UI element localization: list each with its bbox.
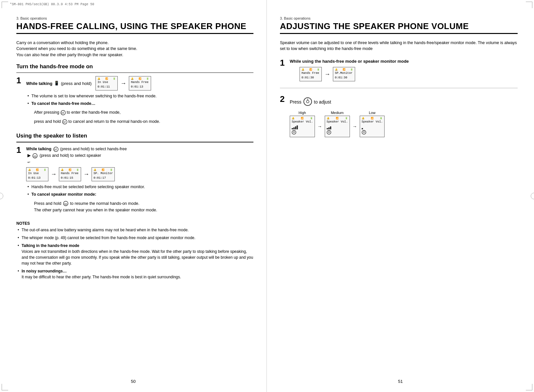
bullet-1: The volume is set to low whenever switch… xyxy=(26,93,253,99)
notes-section: NOTES The out-of-area and low battery wa… xyxy=(16,221,253,280)
right-title: ADJUSTING THE SPEAKER PHONE VOLUME xyxy=(280,22,518,31)
section1-heading: Turn the hands-free mode on xyxy=(16,63,253,70)
screen-in-use: 🔔📶🔋 In Use 0:01:11 xyxy=(95,76,118,90)
svg-text:sp: sp xyxy=(64,202,67,205)
reg-mark-left xyxy=(0,193,3,199)
section1-step1: 1 While talking 📱 (press and hold) xyxy=(16,76,253,127)
hf-icon-s2: hf xyxy=(53,147,60,151)
right-column: 3. Basic operations ADJUSTING THE SPEAKE… xyxy=(267,0,534,392)
right-screen-sp: 🔔📶🔋 SP.Monitor 0:01:30 xyxy=(333,67,355,81)
right-section-label: 3. Basic operations xyxy=(280,16,518,20)
to-adjust-label: to adjust xyxy=(314,99,331,105)
right-step1-desc: While using the hands-free mode or speak… xyxy=(290,58,518,64)
svg-text:sp: sp xyxy=(33,155,37,158)
note-1: The out-of-area and low battery warning … xyxy=(16,227,253,233)
step1-action: (press and hold) xyxy=(61,81,92,86)
right-arrow-1: → xyxy=(324,71,330,78)
screen-title-inuse: In Use xyxy=(97,81,116,85)
vol-arrow-1: → xyxy=(318,124,322,129)
page-number-left: 50 xyxy=(131,379,135,384)
right-step2: 2 Press to adjust xyxy=(280,95,518,137)
svg-text:📱: 📱 xyxy=(54,80,60,86)
note-4-noisy: In noisy surroundings… It may be difficu… xyxy=(16,268,253,280)
step1-number: 1 xyxy=(16,76,24,85)
right-intro: Speaker volume can be adjusted to one of… xyxy=(280,40,518,52)
note-4-text: It may be difficult to hear the other pa… xyxy=(22,275,181,279)
page-number-right: 51 xyxy=(398,379,403,384)
right-title-underline xyxy=(280,33,518,34)
intro-line-2: Convenient when you need to do something… xyxy=(16,46,137,51)
section2-step1-number: 1 xyxy=(16,146,24,154)
vol-medium-screen: 🔔📶🔋 Speaker Vol. xyxy=(325,116,350,137)
sp-icon-cancel: sp xyxy=(62,201,70,206)
s2-action2: (press and hold) to select speaker xyxy=(40,153,101,158)
svg-point-15 xyxy=(293,132,295,133)
knob-icon xyxy=(303,97,312,107)
right-step2-content: Press to adjust High xyxy=(290,95,518,137)
hf-icon-inline-2: hf xyxy=(62,119,68,124)
right-step1: 1 While using the hands-free mode or spe… xyxy=(280,58,518,81)
section1-underline xyxy=(16,73,253,73)
crop-mark-bl xyxy=(2,384,8,390)
vol-low-screen: 🔔📶🔋 Speaker Vol. xyxy=(360,116,385,137)
left-title-underline xyxy=(16,33,253,34)
intro-line-1: Carry on a conversation without holding … xyxy=(16,41,109,45)
cancel-text-3: press and hold xyxy=(34,119,61,124)
s2-action1: (press and hold) to select hands-free xyxy=(60,147,127,151)
cancel-text-4: to cancel and return to the normal hands… xyxy=(68,119,160,124)
vol-high-label: High xyxy=(299,111,306,115)
vol-low-label: Low xyxy=(369,111,375,115)
step1-content: While talking 📱 (press and hold) 🔔📶🔋 xyxy=(26,76,253,127)
right-step1-number: 1 xyxy=(280,58,287,67)
press-to-adjust: Press to adjust xyxy=(290,97,518,107)
cancel-block-1: After pressing hf to enter the hands-fre… xyxy=(34,109,253,116)
cancel-speaker-block: Press and hold sp to resume the normal h… xyxy=(34,200,253,213)
press-label: Press xyxy=(290,99,301,105)
reg-mark-right xyxy=(531,193,534,199)
vol-high-group: High 🔔📶🔋 Speaker Vol. xyxy=(290,111,315,137)
note-4-bold: In noisy surroundings… xyxy=(22,269,67,273)
notes-list: The out-of-area and low battery warning … xyxy=(16,227,253,280)
hf-icon-inline-1: hf xyxy=(60,110,67,115)
screen-title-hf: Hands Free xyxy=(131,81,149,85)
section2-underline xyxy=(16,142,253,142)
vol-medium-label: Medium xyxy=(331,111,344,115)
vol-high-screen: 🔔📶🔋 Speaker Vol. xyxy=(290,116,315,137)
intro-line-3: You can also hear the other party throug… xyxy=(16,53,123,57)
s2-while-talking: While talking xyxy=(26,147,51,151)
notes-title: NOTES xyxy=(16,221,253,226)
right-screen-hf: 🔔📶🔋 Hands Free 0:01:30 xyxy=(300,67,322,81)
arrow-1: → xyxy=(120,80,126,87)
vol-arrow-2: → xyxy=(353,124,357,129)
section1-bullets: The volume is set to low whenever switch… xyxy=(26,93,253,107)
left-column: 3. Basic operations HANDS-FREE CALLING, … xyxy=(0,0,267,392)
cancel-text-2: to enter the hands-free mode, xyxy=(67,110,121,115)
note-2: The whisper mode (p. 49) cannot be selec… xyxy=(16,235,253,241)
section2-bullets: Hands-free must be selected before selec… xyxy=(26,184,253,198)
left-intro: Carry on a conversation without holding … xyxy=(16,40,253,58)
vol-medium-group: Medium 🔔📶🔋 Speaker Vol. xyxy=(325,111,350,137)
section2-screens: 🔔📶🔋 In Use 0:01:13 → 🔔📶🔋 Hands Free 0:01… xyxy=(26,167,253,181)
cancel-block-2: press and hold hf to cancel and return t… xyxy=(34,118,253,125)
section2-step1-content: While talking hf (press and hold) to sel… xyxy=(26,146,253,216)
svg-point-21 xyxy=(363,132,365,133)
s2-bullet-2: To cancel speaker monitor mode: xyxy=(26,191,253,198)
svg-point-18 xyxy=(328,132,330,133)
step1-inline: While talking 📱 (press and hold) 🔔📶🔋 xyxy=(26,76,253,90)
screen-hands-free: 🔔📶🔋 Hands Free 0:01:13 xyxy=(129,76,151,90)
note-3-text: Voices are not transmitted in both direc… xyxy=(22,249,253,266)
volume-screens: High 🔔📶🔋 Speaker Vol. xyxy=(290,111,518,137)
svg-text:hf: hf xyxy=(61,111,64,115)
svg-text:hf: hf xyxy=(63,121,66,124)
hands-free-icon-1: 📱 xyxy=(54,80,60,87)
section2-action-block: While talking hf (press and hold) to sel… xyxy=(26,146,253,181)
right-divider xyxy=(280,88,518,88)
svg-point-12 xyxy=(306,100,309,103)
right-intro-line-1: Speaker volume can be adjusted to one of… xyxy=(280,41,517,51)
left-section-label: 3. Basic operations xyxy=(16,16,253,20)
s2-screen-inuse: 🔔📶🔋 In Use 0:01:13 xyxy=(26,167,48,181)
crop-mark-br xyxy=(526,384,532,390)
section2-step1: 1 While talking hf (press and hold) to s… xyxy=(16,146,253,216)
note-3-talking: Talking in the hands-free mode Voices ar… xyxy=(16,243,253,266)
right-step1-screens: 🔔📶🔋 Hands Free 0:01:30 → 🔔📶🔋 SP.Monitor … xyxy=(300,67,518,81)
